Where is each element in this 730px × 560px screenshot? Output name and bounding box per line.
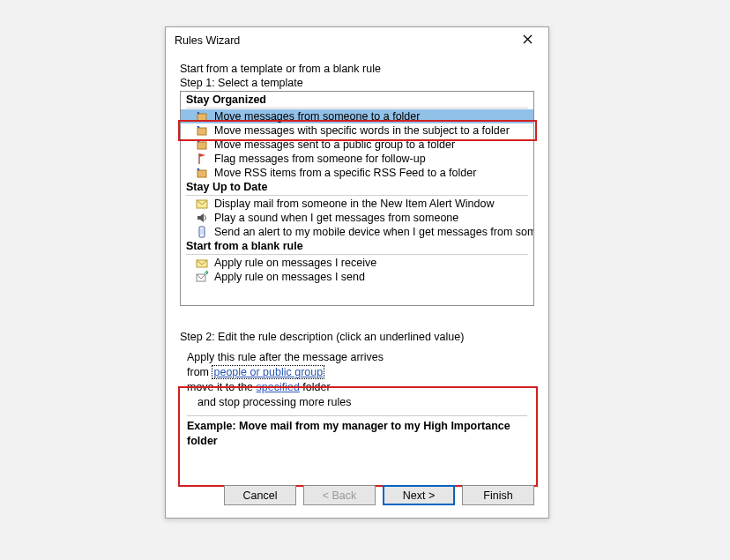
template-move-from-someone[interactable]: Move messages from someone to a folder — [181, 109, 533, 123]
flag-icon — [195, 152, 209, 166]
group-stay-organized: Stay Organized — [181, 93, 533, 107]
templates-list[interactable]: Stay Organized Move messages from someon… — [180, 91, 534, 306]
template-label: Play a sound when I get messages from so… — [214, 211, 458, 225]
next-button[interactable]: Next > — [383, 485, 455, 505]
folder-move-icon — [195, 138, 209, 152]
group-stay-up-to-date: Stay Up to Date — [181, 181, 533, 194]
folder-move-icon — [195, 109, 209, 123]
svg-rect-2 — [197, 142, 206, 149]
svg-rect-3 — [197, 170, 206, 177]
desc-line-4: and stop processing more rules — [187, 395, 527, 410]
instruction-text: Start from a template or from a blank ru… — [180, 63, 534, 75]
close-icon — [523, 34, 533, 47]
divider — [186, 254, 528, 255]
titlebar: Rules Wizard — [166, 27, 548, 54]
mail-alert-icon — [195, 197, 209, 211]
rules-wizard-dialog: Rules Wizard Start from a template or fr… — [165, 26, 549, 519]
template-label: Move messages from someone to a folder — [214, 109, 420, 123]
close-button[interactable] — [511, 28, 543, 53]
speaker-icon — [195, 211, 209, 225]
phone-icon — [195, 225, 209, 239]
specified-folder-link[interactable]: specified — [257, 381, 300, 393]
step1-label: Step 1: Select a template — [180, 77, 534, 89]
divider — [186, 195, 528, 196]
template-move-rss[interactable]: Move RSS items from a specific RSS Feed … — [181, 166, 533, 180]
template-display-alert[interactable]: Display mail from someone in the New Ite… — [181, 197, 533, 211]
template-label: Apply rule on messages I send — [214, 270, 365, 284]
rule-description-box: Apply this rule after the message arrive… — [180, 345, 534, 444]
folder-rss-icon — [195, 166, 209, 180]
template-move-subject-words[interactable]: Move messages with specific words in the… — [181, 123, 533, 138]
button-row: Cancel < Back Next > Finish — [224, 485, 534, 505]
template-send-mobile[interactable]: Send an alert to my mobile device when I… — [181, 225, 533, 239]
folder-move-icon — [195, 123, 209, 138]
template-play-sound[interactable]: Play a sound when I get messages from so… — [181, 211, 533, 225]
desc-line-1: Apply this rule after the message arrive… — [187, 350, 527, 365]
svg-rect-0 — [197, 114, 206, 121]
finish-button[interactable]: Finish — [462, 485, 534, 505]
mail-out-icon — [195, 270, 209, 284]
cancel-button[interactable]: Cancel — [224, 485, 296, 505]
template-label: Move messages with specific words in the… — [214, 123, 510, 138]
desc-line-2: from people or public group — [187, 365, 527, 380]
back-button[interactable]: < Back — [303, 485, 376, 505]
template-label: Flag messages from someone for follow-up — [214, 152, 426, 166]
divider — [186, 108, 528, 108]
svg-rect-1 — [197, 128, 206, 135]
template-label: Apply rule on messages I receive — [214, 256, 376, 270]
step2-label: Step 2: Edit the rule description (click… — [180, 331, 534, 343]
template-move-public-group[interactable]: Move messages sent to a public group to … — [181, 138, 533, 152]
people-link[interactable]: people or public group — [212, 365, 324, 379]
template-label: Send an alert to my mobile device when I… — [214, 225, 534, 239]
svg-rect-6 — [200, 228, 204, 235]
template-label: Move messages sent to a public group to … — [214, 138, 455, 152]
dialog-title: Rules Wizard — [175, 34, 511, 47]
template-label: Display mail from someone in the New Ite… — [214, 197, 494, 211]
template-flag-followup[interactable]: Flag messages from someone for follow-up — [181, 152, 533, 166]
group-blank: Start from a blank rule — [181, 240, 533, 253]
template-apply-receive[interactable]: Apply rule on messages I receive — [181, 256, 533, 270]
divider — [187, 415, 527, 416]
desc-line-3: move it to the specified folder — [187, 380, 527, 395]
mail-in-icon — [195, 256, 209, 270]
template-label: Move RSS items from a specific RSS Feed … — [214, 166, 476, 180]
template-apply-send[interactable]: Apply rule on messages I send — [181, 270, 533, 284]
desc-example: Example: Move mail from my manager to my… — [187, 419, 527, 449]
